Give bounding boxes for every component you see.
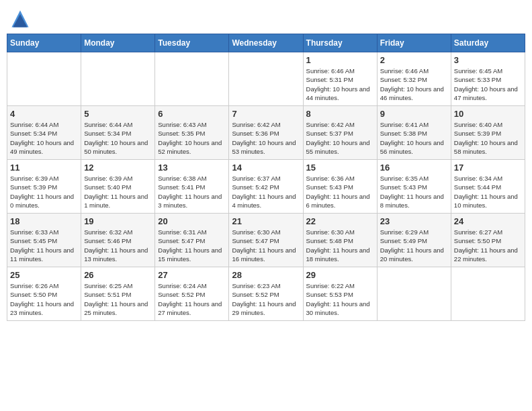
day-info: Sunrise: 6:22 AM Sunset: 5:53 PM Dayligh…	[306, 281, 374, 317]
calendar-week-row: 4Sunrise: 6:44 AM Sunset: 5:34 PM Daylig…	[7, 106, 525, 160]
day-info: Sunrise: 6:45 AM Sunset: 5:33 PM Dayligh…	[454, 66, 522, 102]
day-number: 3	[454, 55, 522, 65]
weekday-header-wednesday: Wednesday	[229, 34, 303, 52]
day-number: 22	[306, 216, 374, 226]
weekday-header-friday: Friday	[377, 34, 451, 52]
calendar-cell: 9Sunrise: 6:41 AM Sunset: 5:38 PM Daylig…	[377, 106, 451, 160]
day-info: Sunrise: 6:42 AM Sunset: 5:37 PM Dayligh…	[306, 120, 374, 156]
calendar-cell	[229, 52, 303, 106]
day-info: Sunrise: 6:25 AM Sunset: 5:51 PM Dayligh…	[84, 281, 152, 317]
calendar-cell: 25Sunrise: 6:26 AM Sunset: 5:50 PM Dayli…	[7, 267, 81, 321]
day-info: Sunrise: 6:43 AM Sunset: 5:35 PM Dayligh…	[158, 120, 226, 156]
day-number: 13	[158, 163, 226, 173]
calendar-cell: 7Sunrise: 6:42 AM Sunset: 5:36 PM Daylig…	[229, 106, 303, 160]
calendar-cell: 22Sunrise: 6:30 AM Sunset: 5:48 PM Dayli…	[303, 214, 377, 267]
calendar-cell: 11Sunrise: 6:39 AM Sunset: 5:39 PM Dayli…	[7, 160, 81, 214]
day-number: 19	[84, 216, 152, 226]
calendar-cell	[7, 52, 81, 106]
calendar-cell: 16Sunrise: 6:35 AM Sunset: 5:43 PM Dayli…	[377, 160, 451, 214]
weekday-header-saturday: Saturday	[451, 34, 525, 52]
calendar-cell: 27Sunrise: 6:24 AM Sunset: 5:52 PM Dayli…	[155, 267, 229, 321]
calendar-cell: 17Sunrise: 6:34 AM Sunset: 5:44 PM Dayli…	[451, 160, 525, 214]
day-number: 27	[158, 270, 226, 280]
calendar-cell: 19Sunrise: 6:32 AM Sunset: 5:46 PM Dayli…	[81, 214, 155, 267]
calendar-cell: 26Sunrise: 6:25 AM Sunset: 5:51 PM Dayli…	[81, 267, 155, 321]
day-number: 8	[306, 109, 374, 119]
weekday-header-row: SundayMondayTuesdayWednesdayThursdayFrid…	[7, 34, 525, 52]
day-number: 10	[454, 109, 522, 119]
day-info: Sunrise: 6:46 AM Sunset: 5:31 PM Dayligh…	[306, 66, 374, 102]
calendar-week-row: 11Sunrise: 6:39 AM Sunset: 5:39 PM Dayli…	[7, 160, 525, 214]
day-number: 24	[454, 216, 522, 226]
day-info: Sunrise: 6:34 AM Sunset: 5:44 PM Dayligh…	[454, 174, 522, 210]
calendar-cell	[377, 267, 451, 321]
day-number: 1	[306, 55, 374, 65]
day-number: 14	[232, 163, 300, 173]
calendar-cell: 6Sunrise: 6:43 AM Sunset: 5:35 PM Daylig…	[155, 106, 229, 160]
day-number: 11	[10, 163, 78, 173]
day-info: Sunrise: 6:32 AM Sunset: 5:46 PM Dayligh…	[84, 228, 152, 263]
calendar-cell: 14Sunrise: 6:37 AM Sunset: 5:42 PM Dayli…	[229, 160, 303, 214]
day-info: Sunrise: 6:30 AM Sunset: 5:48 PM Dayligh…	[306, 228, 374, 263]
day-info: Sunrise: 6:30 AM Sunset: 5:47 PM Dayligh…	[232, 228, 300, 263]
day-number: 9	[380, 109, 448, 119]
day-info: Sunrise: 6:27 AM Sunset: 5:50 PM Dayligh…	[454, 228, 522, 263]
weekday-header-sunday: Sunday	[7, 34, 81, 52]
day-info: Sunrise: 6:31 AM Sunset: 5:47 PM Dayligh…	[158, 228, 226, 263]
calendar-cell: 4Sunrise: 6:44 AM Sunset: 5:34 PM Daylig…	[7, 106, 81, 160]
day-info: Sunrise: 6:36 AM Sunset: 5:43 PM Dayligh…	[306, 174, 374, 210]
calendar-body: 1Sunrise: 6:46 AM Sunset: 5:31 PM Daylig…	[7, 52, 525, 321]
day-number: 21	[232, 216, 300, 226]
day-info: Sunrise: 6:40 AM Sunset: 5:39 PM Dayligh…	[454, 120, 522, 156]
weekday-header-tuesday: Tuesday	[155, 34, 229, 52]
calendar-cell: 24Sunrise: 6:27 AM Sunset: 5:50 PM Dayli…	[451, 214, 525, 267]
calendar-cell	[81, 52, 155, 106]
weekday-header-monday: Monday	[81, 34, 155, 52]
day-info: Sunrise: 6:35 AM Sunset: 5:43 PM Dayligh…	[380, 174, 448, 210]
day-number: 28	[232, 270, 300, 280]
page-header	[7, 7, 525, 28]
calendar-header: SundayMondayTuesdayWednesdayThursdayFrid…	[7, 34, 525, 52]
day-info: Sunrise: 6:44 AM Sunset: 5:34 PM Dayligh…	[84, 120, 152, 156]
day-info: Sunrise: 6:46 AM Sunset: 5:32 PM Dayligh…	[380, 66, 448, 102]
calendar-cell: 8Sunrise: 6:42 AM Sunset: 5:37 PM Daylig…	[303, 106, 377, 160]
day-number: 6	[158, 109, 226, 119]
calendar-cell: 21Sunrise: 6:30 AM Sunset: 5:47 PM Dayli…	[229, 214, 303, 267]
calendar-cell: 15Sunrise: 6:36 AM Sunset: 5:43 PM Dayli…	[303, 160, 377, 214]
calendar-cell: 3Sunrise: 6:45 AM Sunset: 5:33 PM Daylig…	[451, 52, 525, 106]
day-info: Sunrise: 6:23 AM Sunset: 5:52 PM Dayligh…	[232, 281, 300, 317]
day-info: Sunrise: 6:37 AM Sunset: 5:42 PM Dayligh…	[232, 174, 300, 210]
day-info: Sunrise: 6:24 AM Sunset: 5:52 PM Dayligh…	[158, 281, 226, 317]
calendar-week-row: 1Sunrise: 6:46 AM Sunset: 5:31 PM Daylig…	[7, 52, 525, 106]
day-number: 5	[84, 109, 152, 119]
weekday-header-thursday: Thursday	[303, 34, 377, 52]
calendar-cell	[155, 52, 229, 106]
day-info: Sunrise: 6:39 AM Sunset: 5:40 PM Dayligh…	[84, 174, 152, 210]
calendar-cell: 2Sunrise: 6:46 AM Sunset: 5:32 PM Daylig…	[377, 52, 451, 106]
day-info: Sunrise: 6:26 AM Sunset: 5:50 PM Dayligh…	[10, 281, 78, 317]
calendar-cell: 29Sunrise: 6:22 AM Sunset: 5:53 PM Dayli…	[303, 267, 377, 321]
day-number: 7	[232, 109, 300, 119]
calendar-cell: 12Sunrise: 6:39 AM Sunset: 5:40 PM Dayli…	[81, 160, 155, 214]
day-info: Sunrise: 6:42 AM Sunset: 5:36 PM Dayligh…	[232, 120, 300, 156]
day-number: 2	[380, 55, 448, 65]
calendar-week-row: 18Sunrise: 6:33 AM Sunset: 5:45 PM Dayli…	[7, 214, 525, 267]
day-info: Sunrise: 6:39 AM Sunset: 5:39 PM Dayligh…	[10, 174, 78, 210]
calendar-cell: 18Sunrise: 6:33 AM Sunset: 5:45 PM Dayli…	[7, 214, 81, 267]
calendar-cell	[451, 267, 525, 321]
day-number: 25	[10, 270, 78, 280]
day-number: 17	[454, 163, 522, 173]
day-number: 16	[380, 163, 448, 173]
day-info: Sunrise: 6:38 AM Sunset: 5:41 PM Dayligh…	[158, 174, 226, 210]
day-number: 12	[84, 163, 152, 173]
day-info: Sunrise: 6:33 AM Sunset: 5:45 PM Dayligh…	[10, 228, 78, 263]
day-number: 29	[306, 270, 374, 280]
day-info: Sunrise: 6:41 AM Sunset: 5:38 PM Dayligh…	[380, 120, 448, 156]
day-info: Sunrise: 6:44 AM Sunset: 5:34 PM Dayligh…	[10, 120, 78, 156]
calendar-cell: 23Sunrise: 6:29 AM Sunset: 5:49 PM Dayli…	[377, 214, 451, 267]
calendar-cell: 1Sunrise: 6:46 AM Sunset: 5:31 PM Daylig…	[303, 52, 377, 106]
logo-icon	[11, 9, 30, 28]
day-number: 18	[10, 216, 78, 226]
calendar-cell: 5Sunrise: 6:44 AM Sunset: 5:34 PM Daylig…	[81, 106, 155, 160]
day-number: 15	[306, 163, 374, 173]
